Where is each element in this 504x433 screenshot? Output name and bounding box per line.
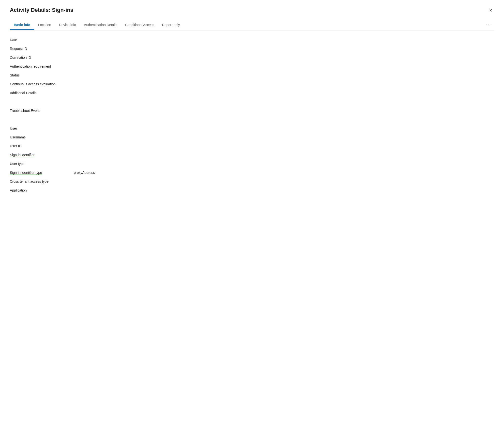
field-row-username: Username bbox=[10, 133, 494, 142]
basic-fields-group: DateRequest IDCorrelation IDAuthenticati… bbox=[10, 35, 494, 97]
field-label-user-type: User type bbox=[10, 162, 74, 166]
field-row-date: Date bbox=[10, 35, 494, 44]
tab-basic-info[interactable]: Basic info bbox=[10, 20, 34, 30]
close-button[interactable]: × bbox=[487, 7, 494, 14]
field-label-request-id: Request ID bbox=[10, 47, 74, 51]
content-area: DateRequest IDCorrelation IDAuthenticati… bbox=[10, 30, 494, 200]
dialog-header: Activity Details: Sign-ins × bbox=[10, 7, 494, 14]
tab-conditional-access[interactable]: Conditional Access bbox=[121, 20, 158, 30]
tab-device-info[interactable]: Device info bbox=[55, 20, 80, 30]
troubleshoot-group: Troubleshoot Event bbox=[10, 106, 494, 115]
field-row-troubleshoot-event: Troubleshoot Event bbox=[10, 106, 494, 115]
field-row-user-id: User ID bbox=[10, 142, 494, 150]
field-row-authentication-requirement: Authentication requirement bbox=[10, 62, 494, 71]
tab-location[interactable]: Location bbox=[34, 20, 55, 30]
field-row-application: Application bbox=[10, 186, 494, 195]
field-label-status: Status bbox=[10, 73, 74, 77]
field-row-request-id: Request ID bbox=[10, 44, 494, 53]
field-label-correlation-id: Correlation ID bbox=[10, 56, 74, 60]
field-label-additional-details: Additional Details bbox=[10, 91, 74, 95]
field-label-continuous-access-evaluation: Continuous access evaluation bbox=[10, 82, 74, 86]
field-label-date: Date bbox=[10, 38, 74, 42]
field-row-correlation-id: Correlation ID bbox=[10, 53, 494, 62]
field-label-user-id: User ID bbox=[10, 144, 74, 148]
section-spacer-2 bbox=[10, 115, 494, 124]
field-row-user-type: User type bbox=[10, 159, 494, 168]
field-value-sign-in-identifier-type: proxyAddress bbox=[74, 171, 95, 175]
tabs-more-button[interactable]: ··· bbox=[483, 20, 494, 30]
field-label-sign-in-identifier-type: Sign-in identifier type bbox=[10, 171, 74, 175]
tabs-container: Basic info Location Device info Authenti… bbox=[10, 20, 494, 30]
field-label-troubleshoot-event: Troubleshoot Event bbox=[10, 109, 74, 113]
field-row-cross-tenant-access-type: Cross tenant access type bbox=[10, 177, 494, 186]
field-row-status: Status bbox=[10, 71, 494, 80]
field-row-user: User bbox=[10, 124, 494, 133]
field-row-continuous-access-evaluation: Continuous access evaluation bbox=[10, 80, 494, 89]
field-label-application: Application bbox=[10, 188, 74, 192]
user-fields-group: UserUsernameUser IDSign-in identifierUse… bbox=[10, 124, 494, 195]
field-row-sign-in-identifier-type: Sign-in identifier typeproxyAddress bbox=[10, 168, 494, 177]
field-label-cross-tenant-access-type: Cross tenant access type bbox=[10, 179, 74, 183]
section-spacer-1 bbox=[10, 97, 494, 106]
dialog-title: Activity Details: Sign-ins bbox=[10, 7, 73, 13]
tab-authentication-details[interactable]: Authentication Details bbox=[80, 20, 121, 30]
field-label-authentication-requirement: Authentication requirement bbox=[10, 64, 74, 68]
field-label-user: User bbox=[10, 126, 74, 130]
field-label-username: Username bbox=[10, 135, 74, 139]
activity-details-dialog: Activity Details: Sign-ins × Basic info … bbox=[0, 0, 504, 433]
field-row-additional-details: Additional Details bbox=[10, 89, 494, 97]
field-row-sign-in-identifier: Sign-in identifier bbox=[10, 150, 494, 159]
field-label-sign-in-identifier: Sign-in identifier bbox=[10, 153, 74, 157]
tab-report-only[interactable]: Report-only bbox=[158, 20, 184, 30]
